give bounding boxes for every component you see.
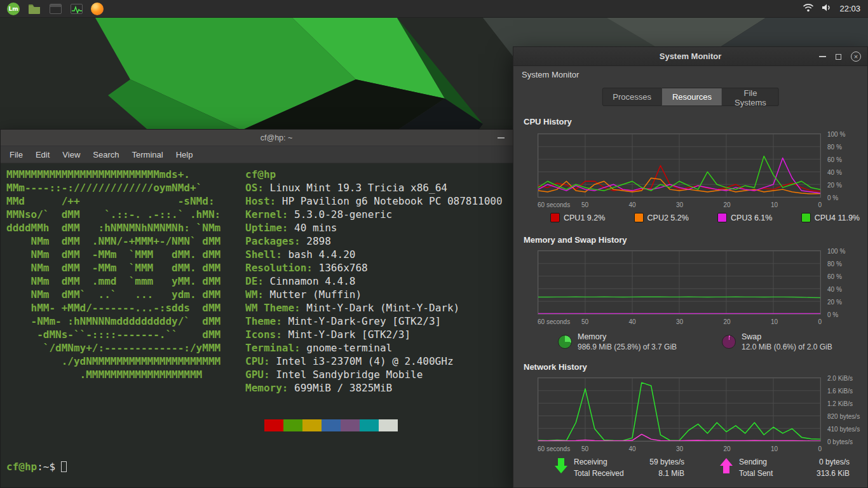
app-menu-label[interactable]: System Monitor: [522, 70, 579, 79]
terminal-color-block: [379, 419, 398, 431]
neofetch-label: Memory:: [245, 382, 288, 394]
neofetch-info-line: Host: HP Pavilion g6 Notebook PC 0878110…: [245, 194, 553, 208]
cpu-legend-item-cpu4: CPU4 11.9%: [801, 213, 860, 222]
network-history-chart: [538, 377, 821, 442]
neofetch-label: DE:: [245, 275, 264, 287]
neofetch-label: Resolution:: [245, 262, 313, 274]
legend-text-block: Swap12.0 MiB (0.6%) of 2.0 GiB: [742, 332, 832, 351]
panel-clock[interactable]: 22:03: [839, 4, 860, 13]
axis-tick-label: 60 seconds: [538, 445, 570, 452]
terminal-launcher[interactable]: [47, 1, 64, 17]
system-monitor-titlebar[interactable]: System Monitor ×: [513, 47, 867, 66]
neofetch-info-line: Resolution: 868x488: [245, 261, 553, 274]
axis-tick-label: 30: [676, 201, 683, 208]
swap-pie-icon[interactable]: [722, 335, 736, 349]
axis-tick-label: 1.6 KiB/s: [827, 388, 853, 395]
legend-value: 59 bytes/s: [639, 458, 684, 466]
neofetch-host-header: cf@hp: [245, 168, 276, 180]
neofetch-value: Mint-Y-Dark [GTK2/3]: [282, 329, 410, 341]
window-title: System Monitor: [660, 51, 722, 61]
axis-tick-label: 50: [581, 201, 588, 208]
memory-chart-y-axis-labels: 0 %20 %40 %60 %80 %100 %: [825, 250, 867, 315]
prompt-user: cf@hp: [6, 461, 37, 473]
legend-color-swatch[interactable]: [634, 213, 644, 222]
axis-tick-label: 0 bytes/s: [827, 438, 853, 445]
axis-tick-label: 40: [628, 201, 635, 208]
terminal-content[interactable]: MMMMMMMMMMMMMMMMMMMMMMMMMmds+. MMm----::…: [1, 163, 552, 487]
terminal-minimize-button[interactable]: [498, 137, 505, 139]
legend-item-memory: Memory986.9 MiB (25.8%) of 3.7 GiB: [558, 332, 677, 351]
terminal-window: cf@hp: ~ × FileEditViewSearchTerminalHel…: [0, 129, 553, 488]
legend-value: 0 bytes/s: [804, 458, 850, 466]
tab-bar: ProcessesResourcesFile Systems: [602, 88, 779, 106]
legend-text-grid: Receiving59 bytes/sTotal Received8.1 MiB: [574, 458, 684, 478]
network-history-title: Network History: [524, 362, 587, 372]
memory-pie-icon[interactable]: [558, 335, 572, 349]
wifi-icon[interactable]: [803, 3, 814, 15]
neofetch-info-line: WM Theme: Mint-Y-Dark (Mint-Y-Dark): [245, 301, 553, 315]
shell-prompt: cf@hp:~$: [6, 461, 67, 473]
close-button[interactable]: ×: [851, 51, 861, 62]
cpu-chart-x-axis-labels: 60 seconds50403020100: [538, 201, 822, 209]
cpu-legend-item-cpu3: CPU3 6.1%: [717, 213, 772, 222]
neofetch-value: Mint-Y-Dark-Grey [GTK2/3]: [282, 315, 441, 327]
legend-label: Memory: [578, 332, 677, 341]
terminal-menu-terminal[interactable]: Terminal: [126, 146, 170, 163]
terminal-menu-edit[interactable]: Edit: [29, 146, 56, 163]
neofetch-info-line: Icons: Mint-Y-Dark [GTK2/3]: [245, 328, 553, 341]
legend-color-swatch[interactable]: [801, 213, 811, 222]
legend-label: CPU1 9.2%: [564, 214, 605, 222]
prompt-suffix: :~$: [37, 461, 55, 473]
firefox-launcher[interactable]: [89, 1, 105, 17]
axis-tick-label: 60 %: [827, 273, 842, 280]
axis-tick-label: 20 %: [827, 299, 842, 306]
neofetch-value: 699MiB / 3825MiB: [288, 382, 392, 394]
axis-tick-label: 60 seconds: [538, 318, 570, 325]
legend-color-swatch[interactable]: [550, 213, 560, 222]
terminal-color-block: [360, 419, 379, 431]
tab-processes[interactable]: Processes: [602, 88, 662, 106]
legend-label: Total Received: [574, 469, 634, 478]
mint-menu-button[interactable]: Lm: [5, 1, 22, 17]
volume-icon[interactable]: [822, 3, 832, 15]
axis-tick-label: 10: [771, 445, 778, 452]
neofetch-info-line: Kernel: 5.3.0-28-generic: [245, 208, 553, 221]
terminal-menu-search[interactable]: Search: [86, 146, 125, 163]
tab-file-systems[interactable]: File Systems: [722, 88, 779, 106]
restore-button[interactable]: [836, 54, 841, 60]
system-monitor-icon: [71, 4, 83, 14]
axis-tick-label: 20: [723, 445, 730, 452]
axis-tick-label: 30: [676, 318, 683, 325]
legend-detail: 12.0 MiB (0.6%) of 2.0 GiB: [742, 342, 832, 351]
tab-resources[interactable]: Resources: [662, 88, 722, 106]
axis-tick-label: 40 %: [827, 169, 842, 176]
axis-tick-label: 50: [581, 445, 588, 452]
axis-tick-label: 40 %: [827, 286, 842, 293]
terminal-menu-help[interactable]: Help: [170, 146, 200, 163]
legend-value: 8.1 MiB: [639, 469, 684, 478]
neofetch-label: Theme:: [245, 315, 282, 327]
network-legend: Receiving59 bytes/sTotal Received8.1 MiB…: [538, 457, 861, 485]
legend-color-swatch[interactable]: [717, 213, 727, 222]
axis-tick-label: 20 %: [827, 182, 842, 189]
terminal-menu-file[interactable]: File: [3, 146, 29, 163]
neofetch-value: Linux Mint 19.3 Tricia x86_64: [264, 182, 447, 194]
terminal-titlebar[interactable]: cf@hp: ~ ×: [1, 130, 552, 146]
neofetch-info-line: Uptime: 40 mins: [245, 221, 553, 234]
neofetch-value: Mint-Y-Dark (Mint-Y-Dark): [301, 302, 459, 314]
cpu-history-title: CPU History: [524, 117, 572, 126]
neofetch-value: Intel i3-2370M (4) @ 2.400GHz: [270, 355, 454, 367]
terminal-menu-view[interactable]: View: [56, 146, 86, 163]
minimize-button[interactable]: [819, 56, 826, 57]
neofetch-label: Shell:: [245, 248, 282, 261]
system-monitor-launcher[interactable]: [68, 1, 85, 17]
terminal-color-palette: [264, 419, 398, 431]
axis-tick-label: 2.0 KiB/s: [827, 375, 853, 382]
cpu-legend-item-cpu1: CPU1 9.2%: [550, 213, 605, 222]
neofetch-info-line: Shell: bash 4.4.20: [245, 248, 553, 261]
neofetch-value: 5.3.0-28-generic: [288, 208, 392, 220]
files-launcher[interactable]: [26, 1, 43, 17]
legend-text-block: Memory986.9 MiB (25.8%) of 3.7 GiB: [578, 332, 677, 351]
terminal-title: cf@hp: ~: [261, 133, 293, 142]
axis-tick-label: 0: [818, 201, 822, 208]
